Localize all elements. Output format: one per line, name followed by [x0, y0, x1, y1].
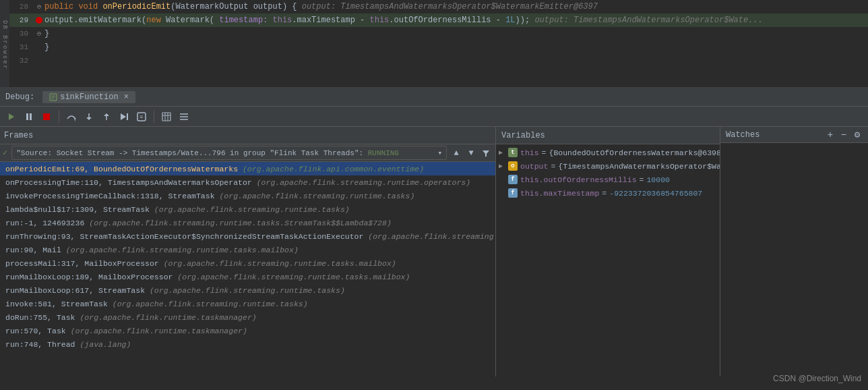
stop-icon	[42, 112, 51, 121]
var-outofordernessmillis[interactable]: f this.outOfOrdernessMillis = 10000	[496, 173, 720, 186]
var-output[interactable]: ▶ o output = {TimestampsAndWatermarksOpe…	[496, 159, 720, 173]
var-eq-ts: =	[602, 189, 607, 198]
var-maxtimestamp[interactable]: f this.maxTimestamp = -92233720368547658…	[496, 186, 720, 200]
frames-header-label: Frames	[4, 131, 33, 140]
frame-method-8: runMailboxLoop:189, MailboxProcessor	[5, 273, 173, 281]
frame-method-13: run:748, Thread	[5, 340, 75, 349]
var-name-this: this	[520, 148, 539, 157]
line-num-32: 32	[9, 57, 34, 65]
frame-item-13[interactable]: run:748, Thread (java.lang)	[0, 337, 495, 351]
watches-remove-button[interactable]: −	[838, 130, 849, 140]
thread-dropdown-arrow: ▾	[437, 148, 442, 157]
console-icon	[49, 93, 57, 101]
frame-method-3: lambda$null$17:1309, StreamTask	[5, 205, 150, 214]
debug-header: Debug: sinkFunction ×	[0, 88, 868, 107]
frame-item-6[interactable]: run:90, Mail (org.apache.flink.streaming…	[0, 243, 495, 256]
var-value-ts: -9223372036854765807	[609, 189, 702, 198]
frames-panel-header: Frames	[0, 127, 495, 144]
thread-check-icon: ✓	[3, 148, 7, 158]
svg-marker-12	[104, 113, 109, 116]
debug-tab-active[interactable]: sinkFunction ×	[42, 91, 135, 103]
var-expand-this[interactable]: ▶	[499, 148, 508, 157]
frame-package-2: (org.apache.flink.streaming.runtime.task…	[219, 192, 414, 200]
code-line-31: }	[44, 43, 868, 52]
var-eq-millis: =	[640, 175, 644, 184]
frame-item-3[interactable]: lambda$null$17:1309, StreamTask (org.apa…	[0, 202, 495, 216]
frame-method-2: invokeProcessingTimeCallback:1318, Strea…	[5, 192, 215, 200]
run-to-cursor-button[interactable]	[117, 109, 131, 124]
toolbar-sep-2	[154, 111, 154, 123]
step-out-button[interactable]	[99, 109, 114, 124]
svg-text:≡: ≡	[140, 114, 144, 120]
variables-panel: Variables ▶ t this = {BoundedOutOfOrdern…	[496, 127, 720, 377]
gutter-28: ⊖	[34, 3, 44, 11]
frame-item-0[interactable]: onPeriodicEmit:69, BoundedOutOfOrderness…	[0, 162, 495, 175]
pause-button[interactable]	[22, 109, 36, 124]
frame-method-0: onPeriodicEmit:69, BoundedOutOfOrderness…	[5, 165, 238, 173]
fold-icon-28[interactable]: ⊖	[37, 3, 41, 11]
stop-button[interactable]	[39, 109, 54, 124]
frames-down-button[interactable]: ▼	[464, 146, 478, 160]
var-name-millis: this.outOfOrdernessMillis	[520, 175, 637, 184]
step-out-icon	[102, 112, 111, 121]
frame-package-13: (java.lang)	[80, 340, 131, 349]
frames-panel: Frames ✓ "Source: Socket Stream -> Times…	[0, 127, 496, 377]
frame-package-11: (org.apache.flink.runtime.taskmanager)	[80, 313, 256, 322]
frame-package-4: (org.apache.flink.streaming.runtime.task…	[89, 219, 392, 227]
frame-item-9[interactable]: runMailboxLoop:617, StreamTask (org.apac…	[0, 283, 495, 297]
table-view-button[interactable]	[159, 109, 174, 124]
fold-icon-30[interactable]: ⊖	[37, 30, 41, 38]
frame-item-10[interactable]: invoke:581, StreamTask (org.apache.flink…	[0, 297, 495, 310]
frame-package-8: (org.apache.flink.streaming.runtime.task…	[177, 273, 410, 281]
gutter-29	[34, 17, 44, 24]
svg-marker-10	[86, 117, 92, 120]
frame-method-4: run:-1, 124693236	[5, 219, 84, 227]
svg-rect-17	[162, 113, 170, 121]
var-this[interactable]: ▶ t this = {BoundedOutOfOrdernessWaterma…	[496, 146, 720, 159]
watches-label: Watches	[726, 130, 760, 140]
var-icon-output: o	[508, 161, 518, 171]
frame-method-7: processMail:317, MailboxProcessor	[5, 259, 159, 268]
evaluate-icon: ≡	[137, 112, 146, 121]
frame-item-1[interactable]: onProcessingTime:110, TimestampsAndWater…	[0, 175, 495, 189]
watches-settings-button[interactable]: ⚙	[852, 130, 863, 140]
watches-panel: Watches + − ⚙	[720, 127, 868, 377]
variables-list: ▶ t this = {BoundedOutOfOrdernessWaterma…	[496, 144, 720, 377]
var-icon-ts: f	[508, 188, 518, 198]
var-expand-output[interactable]: ▶	[499, 162, 508, 170]
frame-item-12[interactable]: run:570, Task (org.apache.flink.runtime.…	[0, 324, 495, 337]
svg-rect-5	[26, 113, 28, 120]
debug-panel: Debug: sinkFunction ×	[0, 88, 868, 377]
frame-item-2[interactable]: invokeProcessingTimeCallback:1318, Strea…	[0, 189, 495, 202]
watermark: CSDN @Direction_Wind	[773, 374, 861, 383]
frame-package-12: (org.apache.flink.runtime.taskmanager)	[71, 327, 247, 335]
var-value-millis: 10000	[646, 175, 670, 184]
step-into-button[interactable]	[82, 109, 96, 124]
debug-tab-close[interactable]: ×	[124, 92, 129, 102]
frame-method-5: runThrowing:93, StreamTaskActionExecutor…	[5, 232, 363, 241]
table-view-icon	[162, 112, 171, 121]
frames-filter-button[interactable]	[479, 146, 493, 160]
code-line-29: output.emitWatermark(new Watermark( time…	[44, 16, 868, 25]
frame-item-11[interactable]: doRun:755, Task (org.apache.flink.runtim…	[0, 310, 495, 324]
breakpoint-29[interactable]	[36, 17, 42, 24]
list-view-button[interactable]	[177, 109, 191, 124]
svg-rect-6	[30, 113, 32, 120]
var-eq-this: =	[542, 148, 547, 157]
line-num-28: 28	[9, 3, 34, 11]
step-over-button[interactable]	[64, 109, 79, 124]
line-num-31: 31	[9, 43, 34, 51]
frames-list[interactable]: onPeriodicEmit:69, BoundedOutOfOrderness…	[0, 162, 495, 377]
evaluate-button[interactable]: ≡	[134, 109, 149, 124]
watches-content	[720, 143, 868, 377]
frame-item-7[interactable]: processMail:317, MailboxProcessor (org.a…	[0, 256, 495, 270]
frame-item-4[interactable]: run:-1, 124693236 (org.apache.flink.stre…	[0, 216, 495, 229]
filter-icon	[482, 149, 490, 157]
thread-dropdown[interactable]: "Source: Socket Stream -> Timestamps/Wat…	[11, 146, 447, 160]
frame-item-5[interactable]: runThrowing:93, StreamTaskActionExecutor…	[0, 229, 495, 243]
watches-add-button[interactable]: +	[825, 130, 836, 140]
resume-button[interactable]	[4, 109, 19, 124]
frames-up-button[interactable]: ▲	[450, 146, 463, 160]
svg-marker-13	[121, 113, 126, 120]
frame-item-8[interactable]: runMailboxLoop:189, MailboxProcessor (or…	[0, 270, 495, 283]
